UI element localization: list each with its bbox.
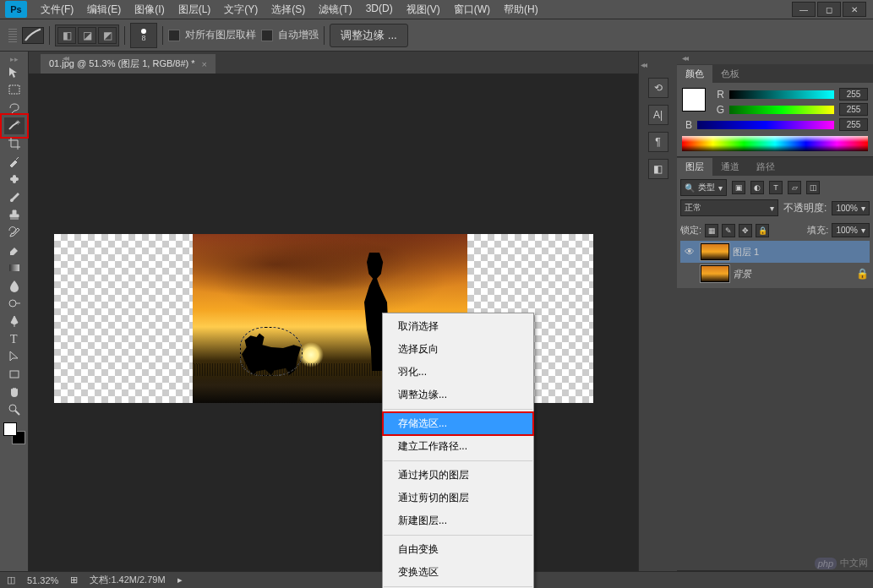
cm-layer-copy[interactable]: 通过拷贝的图层 — [383, 464, 533, 487]
r-slider[interactable] — [729, 90, 834, 99]
cm-save-selection[interactable]: 存储选区... — [383, 412, 533, 435]
layers-tab[interactable]: 图层 — [677, 158, 712, 176]
cm-layer-cut[interactable]: 通过剪切的图层 — [383, 487, 533, 509]
marquee-tool[interactable] — [4, 82, 25, 99]
cm-feather[interactable]: 羽化... — [383, 361, 533, 384]
subtract-selection-icon[interactable]: ◩ — [98, 27, 117, 44]
menu-file[interactable]: 文件(F) — [34, 0, 80, 20]
gradient-tool[interactable] — [4, 259, 25, 276]
pen-tool[interactable] — [4, 313, 25, 329]
cm-transform-sel[interactable]: 变换选区 — [383, 561, 533, 584]
b-slider[interactable] — [697, 121, 834, 129]
history-brush-tool[interactable] — [4, 224, 25, 241]
shape-tool[interactable] — [4, 366, 25, 383]
options-grip[interactable] — [8, 29, 17, 42]
foreground-color[interactable] — [3, 422, 17, 436]
cm-inverse[interactable]: 选择反向 — [383, 338, 533, 361]
paragraph-panel-icon[interactable]: ¶ — [648, 132, 668, 152]
new-selection-icon[interactable]: ◧ — [57, 27, 76, 44]
filter-shape-icon[interactable]: ▱ — [788, 181, 801, 194]
cm-free-transform[interactable]: 自由变换 — [383, 538, 533, 561]
foreground-background-colors[interactable] — [3, 422, 25, 444]
color-tab[interactable]: 颜色 — [677, 65, 712, 83]
zoom-value[interactable]: 51.32% — [27, 575, 58, 585]
hand-tool[interactable] — [4, 384, 25, 400]
dodge-tool[interactable] — [4, 295, 25, 312]
sample-all-checkbox[interactable] — [168, 30, 180, 41]
auto-enhance-checkbox[interactable] — [261, 30, 273, 41]
menu-view[interactable]: 视图(V) — [400, 0, 447, 20]
visibility-icon[interactable]: 👁 — [682, 246, 697, 258]
layer-thumbnail[interactable] — [701, 265, 729, 282]
move-tool[interactable] — [4, 64, 25, 81]
zoom-tool[interactable] — [4, 401, 25, 418]
menu-image[interactable]: 图像(I) — [128, 0, 171, 20]
quick-selection-tool[interactable] — [4, 117, 25, 134]
lock-pixels-icon[interactable]: ✎ — [722, 224, 735, 237]
blur-tool[interactable] — [4, 277, 25, 294]
menu-window[interactable]: 窗口(W) — [447, 0, 497, 20]
color-spectrum[interactable] — [682, 136, 868, 151]
lock-position-icon[interactable]: ✥ — [739, 224, 752, 237]
opacity-value[interactable]: 100% ▾ — [832, 201, 870, 215]
blend-mode-dropdown[interactable]: 正常 ▾ — [680, 199, 778, 216]
menu-help[interactable]: 帮助(H) — [497, 0, 545, 20]
brush-size-picker[interactable]: 8 — [130, 23, 157, 48]
path-selection-tool[interactable] — [4, 348, 25, 365]
filter-smart-icon[interactable]: ◫ — [806, 181, 820, 194]
eyedropper-tool[interactable] — [4, 153, 25, 170]
filter-image-icon[interactable]: ▣ — [732, 181, 745, 194]
minimize-button[interactable]: — — [792, 2, 816, 17]
cm-make-path[interactable]: 建立工作路径... — [383, 435, 533, 458]
close-button[interactable]: ✕ — [843, 2, 866, 17]
fill-value[interactable]: 100% ▾ — [832, 223, 870, 237]
toolbox-expand[interactable]: ▸▸ — [10, 55, 19, 63]
refine-edge-button[interactable]: 调整边缘 ... — [330, 24, 408, 47]
filter-adjust-icon[interactable]: ◐ — [750, 181, 764, 194]
cm-deselect[interactable]: 取消选择 — [383, 315, 533, 338]
crop-tool[interactable] — [4, 135, 25, 152]
paths-tab[interactable]: 路径 — [748, 158, 783, 176]
panels-collapse-icon[interactable]: ◂◂ — [677, 52, 692, 64]
maximize-button[interactable]: ◻ — [817, 2, 841, 17]
menu-filter[interactable]: 滤镜(T) — [312, 0, 358, 20]
channels-tab[interactable]: 通道 — [712, 158, 748, 176]
layer-name[interactable]: 图层 1 — [733, 246, 868, 259]
color-swatch[interactable] — [682, 88, 706, 112]
layer-row-bg[interactable]: 背景 🔒 — [680, 263, 870, 285]
layer-filter-dropdown[interactable]: 🔍 类型 ▾ — [680, 179, 727, 196]
tool-preset[interactable] — [22, 27, 44, 44]
add-selection-icon[interactable]: ◪ — [78, 27, 96, 44]
brush-tool[interactable] — [4, 188, 25, 205]
layer-row-1[interactable]: 👁 图层 1 — [680, 241, 870, 263]
layer-name[interactable]: 背景 — [733, 268, 853, 280]
cm-refine[interactable]: 调整边缘... — [383, 384, 533, 406]
menu-type[interactable]: 文字(Y) — [217, 0, 265, 20]
properties-panel-icon[interactable]: ◧ — [648, 159, 668, 179]
cm-new-layer[interactable]: 新建图层... — [383, 509, 533, 532]
g-value[interactable]: 255 — [839, 103, 868, 116]
canvas-viewport[interactable] — [29, 74, 638, 571]
lock-transparency-icon[interactable]: ▦ — [705, 224, 718, 237]
b-value[interactable]: 255 — [839, 118, 868, 131]
r-value[interactable]: 255 — [839, 88, 868, 101]
stamp-tool[interactable] — [4, 206, 25, 223]
layer-thumbnail[interactable] — [701, 243, 729, 260]
type-tool[interactable]: T — [4, 330, 25, 347]
menu-edit[interactable]: 编辑(E) — [80, 0, 128, 20]
menu-layer[interactable]: 图层(L) — [172, 0, 218, 20]
lock-all-icon[interactable]: 🔒 — [756, 224, 769, 237]
eraser-tool[interactable] — [4, 242, 25, 259]
g-slider[interactable] — [729, 106, 834, 114]
close-tab-icon[interactable]: × — [202, 59, 207, 69]
swatches-tab[interactable]: 色板 — [712, 65, 748, 83]
history-panel-icon[interactable]: ⟲ — [648, 78, 668, 98]
status-arrow-icon[interactable]: ▸ — [177, 574, 183, 585]
menu-select[interactable]: 选择(S) — [265, 0, 312, 20]
healing-tool[interactable] — [4, 171, 25, 188]
dock-collapse-icon[interactable]: ◂◂ — [639, 58, 647, 71]
lasso-tool[interactable] — [4, 100, 25, 117]
character-panel-icon[interactable]: A| — [648, 105, 668, 125]
menu-3d[interactable]: 3D(D) — [359, 0, 400, 20]
filter-type-icon[interactable]: T — [769, 181, 783, 194]
